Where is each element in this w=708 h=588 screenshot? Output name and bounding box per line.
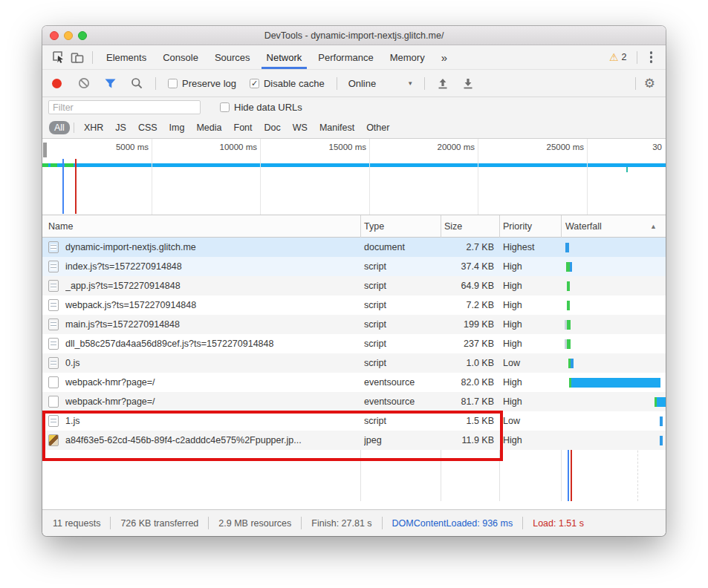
cell-priority: Low xyxy=(503,411,559,431)
tab-network[interactable]: Network xyxy=(259,46,311,69)
throttling-value: Online xyxy=(348,78,377,89)
table-row[interactable]: webpack-hmr?page=/eventsource81.7 KBHigh xyxy=(42,392,666,411)
timeline-gutter xyxy=(43,143,47,157)
cell-type: script xyxy=(364,315,438,334)
hide-data-urls-group[interactable]: Hide data URLs xyxy=(220,102,302,113)
filter-pill-manifest[interactable]: Manifest xyxy=(314,121,360,134)
minimize-window-button[interactable] xyxy=(64,31,73,40)
timeline-gridline xyxy=(587,139,588,215)
column-header-priority[interactable]: Priority xyxy=(503,215,532,238)
waterfall-bar xyxy=(571,378,660,388)
tab-console[interactable]: Console xyxy=(155,46,207,69)
cell-priority: High xyxy=(503,334,559,353)
tab-sources[interactable]: Sources xyxy=(207,46,259,69)
throttling-dropdown[interactable]: Online ▼ xyxy=(348,78,414,89)
more-tabs-chevron[interactable]: » xyxy=(433,46,455,69)
timeline-overview[interactable]: 5000 ms10000 ms15000 ms20000 ms25000 ms3… xyxy=(42,138,666,215)
warning-icon[interactable]: ⚠ xyxy=(609,51,619,63)
column-divider[interactable] xyxy=(441,215,441,238)
waterfall-bar xyxy=(660,436,663,445)
timeline-tick-label: 15000 ms xyxy=(307,143,366,151)
network-settings-gear-button[interactable]: ⚙ xyxy=(641,76,658,91)
cell-type: script xyxy=(364,353,438,373)
sort-ascending-icon[interactable]: ▲ xyxy=(650,215,657,238)
table-row[interactable]: 0.jsscript1.0 KBLow xyxy=(42,353,666,373)
separator xyxy=(337,77,337,90)
preserve-log-checkbox[interactable] xyxy=(168,79,178,88)
timeline-end-tick xyxy=(626,167,628,172)
cell-priority: High xyxy=(503,315,559,334)
record-network-log-button[interactable] xyxy=(52,79,62,88)
cell-type: script xyxy=(364,334,438,353)
status-item: 2.9 MB resources xyxy=(218,518,291,529)
cell-priority: Highest xyxy=(503,238,559,257)
table-row[interactable]: dll_b58c257da4aa56d89cef.js?ts=157227091… xyxy=(42,334,666,353)
filter-pill-media[interactable]: Media xyxy=(191,121,227,134)
cell-size: 81.7 KB xyxy=(441,392,494,411)
close-window-button[interactable] xyxy=(50,31,59,40)
search-button[interactable] xyxy=(131,77,143,89)
more-options-menu-button[interactable] xyxy=(643,48,660,66)
column-header-type[interactable]: Type xyxy=(364,215,384,238)
filter-pill-xhr[interactable]: XHR xyxy=(79,121,108,134)
timeline-gridline xyxy=(260,139,261,215)
window-title: DevTools - dynamic-import-nextjs.glitch.… xyxy=(264,30,444,41)
zoom-window-button[interactable] xyxy=(78,31,87,40)
hide-data-urls-checkbox[interactable] xyxy=(220,102,230,112)
filter-pill-font[interactable]: Font xyxy=(229,121,258,134)
inspect-element-button[interactable] xyxy=(48,48,68,66)
document-icon xyxy=(48,280,59,292)
timeline-green-segment xyxy=(51,163,57,167)
document-icon xyxy=(48,299,59,311)
preserve-log-group[interactable]: Preserve log xyxy=(168,78,236,89)
filter-pill-css[interactable]: CSS xyxy=(133,121,163,134)
cell-priority: High xyxy=(503,373,559,392)
filter-toggle-button[interactable] xyxy=(105,79,116,88)
cell-priority: High xyxy=(503,392,559,411)
filter-pill-doc[interactable]: Doc xyxy=(259,121,286,134)
table-row[interactable]: webpack.js?ts=1572270914848script7.2 KBH… xyxy=(42,295,666,315)
filter-pill-js[interactable]: JS xyxy=(110,121,131,134)
separator xyxy=(424,77,425,90)
separator xyxy=(110,517,111,529)
waterfall-bar xyxy=(570,262,572,272)
filter-pill-other[interactable]: Other xyxy=(361,121,394,134)
tab-performance[interactable]: Performance xyxy=(310,46,381,69)
column-divider[interactable] xyxy=(499,215,500,238)
waterfall-bar xyxy=(567,339,571,349)
timeline-gridline xyxy=(152,139,152,215)
device-toolbar-button[interactable] xyxy=(68,48,87,66)
table-row[interactable]: main.js?ts=1572270914848script199 KBHigh xyxy=(42,315,666,334)
resource-icon xyxy=(48,376,59,388)
column-header-size[interactable]: Size xyxy=(444,215,462,238)
timeline-activity-bar xyxy=(42,163,666,167)
traffic-lights xyxy=(50,31,87,40)
disable-cache-group[interactable]: Disable cache xyxy=(250,78,325,89)
filter-pill-img[interactable]: Img xyxy=(164,121,190,134)
table-row[interactable]: _app.js?ts=1572270914848script64.9 KBHig… xyxy=(42,276,666,295)
import-har-button[interactable] xyxy=(438,78,448,89)
column-divider[interactable] xyxy=(360,215,361,238)
filter-pill-all[interactable]: All xyxy=(49,121,70,134)
column-header-name[interactable]: Name xyxy=(48,215,73,238)
filter-input[interactable] xyxy=(48,100,201,114)
column-divider[interactable] xyxy=(561,215,562,238)
status-item: Finish: 27.81 s xyxy=(311,518,371,529)
column-header-waterfall[interactable]: Waterfall xyxy=(565,215,602,238)
table-row[interactable]: webpack-hmr?page=/eventsource82.0 KBHigh xyxy=(42,373,666,392)
table-row[interactable]: dynamic-import-nextjs.glitch.medocument2… xyxy=(42,238,666,257)
timeline-tick-label: 25000 ms xyxy=(524,143,584,151)
tab-memory[interactable]: Memory xyxy=(382,46,433,69)
status-item: 11 requests xyxy=(53,518,100,529)
filter-pills: AllXHRJSCSSImgMediaFontDocWSManifestOthe… xyxy=(42,117,666,138)
tab-elements[interactable]: Elements xyxy=(98,46,155,69)
cell-type: document xyxy=(364,238,438,257)
clear-network-log-button[interactable] xyxy=(78,77,90,89)
export-har-button[interactable] xyxy=(463,78,473,89)
timeline-load-line xyxy=(75,159,77,214)
cell-priority: High xyxy=(503,431,559,450)
disable-cache-checkbox[interactable] xyxy=(250,79,259,88)
table-row[interactable]: index.js?ts=1572270914848script37.4 KBHi… xyxy=(42,257,666,276)
cell-type: script xyxy=(364,257,438,276)
filter-pill-ws[interactable]: WS xyxy=(288,121,313,134)
